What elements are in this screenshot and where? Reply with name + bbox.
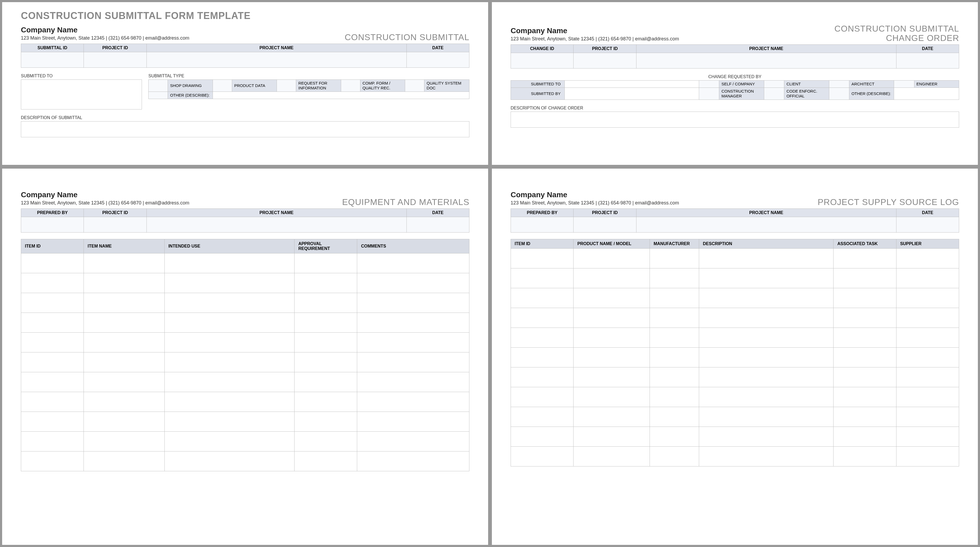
- checkbox-client[interactable]: [764, 81, 784, 88]
- list-cell[interactable]: [834, 348, 896, 368]
- list-cell[interactable]: [896, 328, 959, 348]
- list-cell[interactable]: [834, 368, 896, 387]
- list-cell[interactable]: [21, 392, 84, 412]
- list-cell[interactable]: [21, 352, 84, 372]
- list-cell[interactable]: [84, 254, 164, 273]
- list-cell[interactable]: [511, 288, 574, 308]
- input-description-change[interactable]: [511, 112, 959, 128]
- list-cell[interactable]: [574, 288, 650, 308]
- input-description-submittal[interactable]: [21, 121, 469, 137]
- list-cell[interactable]: [699, 407, 834, 427]
- input-project-id[interactable]: [84, 217, 146, 233]
- list-cell[interactable]: [84, 432, 164, 452]
- input-submitted-to[interactable]: [565, 81, 699, 88]
- list-cell[interactable]: [164, 293, 294, 313]
- list-cell[interactable]: [699, 427, 834, 447]
- list-cell[interactable]: [164, 313, 294, 333]
- input-project-id[interactable]: [574, 53, 636, 68]
- list-cell[interactable]: [896, 308, 959, 328]
- list-cell[interactable]: [357, 432, 469, 452]
- list-cell[interactable]: [511, 308, 574, 328]
- list-cell[interactable]: [511, 328, 574, 348]
- list-cell[interactable]: [896, 288, 959, 308]
- list-cell[interactable]: [164, 452, 294, 471]
- input-change-id[interactable]: [511, 53, 574, 68]
- checkbox-engineer[interactable]: [894, 81, 914, 88]
- list-cell[interactable]: [164, 372, 294, 392]
- list-cell[interactable]: [294, 273, 357, 293]
- list-cell[interactable]: [294, 254, 357, 273]
- list-cell[interactable]: [699, 387, 834, 407]
- list-cell[interactable]: [649, 328, 699, 348]
- list-cell[interactable]: [294, 372, 357, 392]
- list-cell[interactable]: [834, 268, 896, 288]
- list-cell[interactable]: [699, 368, 834, 387]
- list-cell[interactable]: [21, 432, 84, 452]
- list-cell[interactable]: [21, 254, 84, 273]
- list-cell[interactable]: [84, 273, 164, 293]
- list-cell[interactable]: [357, 412, 469, 432]
- list-cell[interactable]: [21, 452, 84, 471]
- list-cell[interactable]: [357, 273, 469, 293]
- list-cell[interactable]: [164, 333, 294, 352]
- list-cell[interactable]: [896, 427, 959, 447]
- checkbox-construction-mgr[interactable]: [699, 88, 719, 100]
- list-cell[interactable]: [699, 447, 834, 466]
- list-cell[interactable]: [896, 249, 959, 268]
- checkbox-self-company[interactable]: [699, 81, 719, 88]
- list-cell[interactable]: [699, 328, 834, 348]
- input-date[interactable]: [406, 52, 469, 68]
- list-cell[interactable]: [649, 387, 699, 407]
- input-date[interactable]: [896, 53, 959, 68]
- list-cell[interactable]: [21, 273, 84, 293]
- list-cell[interactable]: [357, 254, 469, 273]
- input-project-name[interactable]: [636, 217, 896, 233]
- list-cell[interactable]: [834, 407, 896, 427]
- list-cell[interactable]: [357, 293, 469, 313]
- list-cell[interactable]: [574, 447, 650, 466]
- list-cell[interactable]: [649, 368, 699, 387]
- list-cell[interactable]: [294, 392, 357, 412]
- list-cell[interactable]: [896, 447, 959, 466]
- list-cell[interactable]: [294, 412, 357, 432]
- checkbox-architect[interactable]: [829, 81, 849, 88]
- list-cell[interactable]: [834, 288, 896, 308]
- list-cell[interactable]: [164, 273, 294, 293]
- list-cell[interactable]: [649, 249, 699, 268]
- list-cell[interactable]: [834, 447, 896, 466]
- input-other-role[interactable]: [894, 88, 959, 100]
- list-cell[interactable]: [896, 348, 959, 368]
- list-cell[interactable]: [896, 368, 959, 387]
- list-cell[interactable]: [84, 372, 164, 392]
- list-cell[interactable]: [357, 372, 469, 392]
- list-cell[interactable]: [294, 313, 357, 333]
- list-cell[interactable]: [574, 368, 650, 387]
- list-cell[interactable]: [164, 392, 294, 412]
- list-cell[interactable]: [511, 368, 574, 387]
- list-cell[interactable]: [164, 432, 294, 452]
- list-cell[interactable]: [294, 352, 357, 372]
- input-project-name[interactable]: [636, 53, 896, 68]
- list-cell[interactable]: [834, 249, 896, 268]
- list-cell[interactable]: [357, 313, 469, 333]
- list-cell[interactable]: [896, 268, 959, 288]
- list-cell[interactable]: [649, 268, 699, 288]
- list-cell[interactable]: [21, 313, 84, 333]
- list-cell[interactable]: [84, 313, 164, 333]
- list-cell[interactable]: [21, 372, 84, 392]
- input-submitted-by[interactable]: [565, 88, 699, 100]
- list-cell[interactable]: [511, 407, 574, 427]
- input-project-id[interactable]: [574, 217, 636, 233]
- list-cell[interactable]: [84, 452, 164, 471]
- list-cell[interactable]: [511, 249, 574, 268]
- list-cell[interactable]: [357, 352, 469, 372]
- input-date[interactable]: [406, 217, 469, 233]
- list-cell[interactable]: [164, 352, 294, 372]
- list-cell[interactable]: [574, 268, 650, 288]
- list-cell[interactable]: [896, 407, 959, 427]
- list-cell[interactable]: [21, 293, 84, 313]
- list-cell[interactable]: [649, 348, 699, 368]
- list-cell[interactable]: [649, 427, 699, 447]
- list-cell[interactable]: [357, 392, 469, 412]
- list-cell[interactable]: [649, 447, 699, 466]
